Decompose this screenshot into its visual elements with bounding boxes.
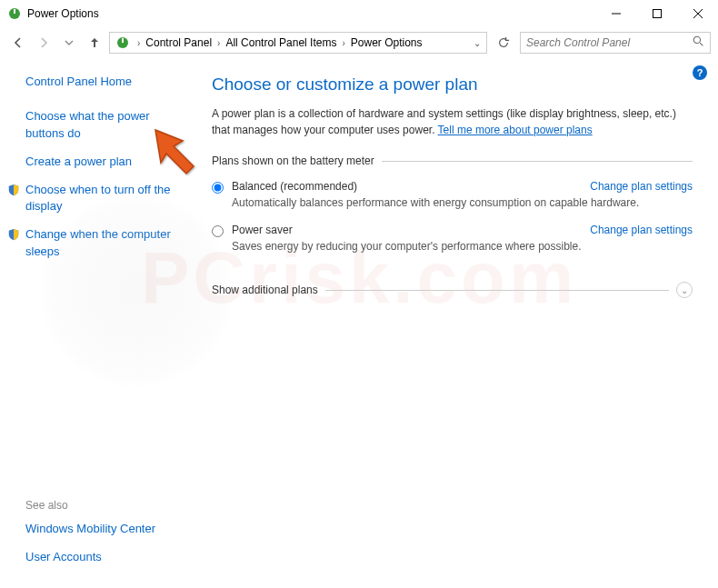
chevron-right-icon: › <box>217 38 220 48</box>
plans-fieldset: Plans shown on the battery meter Balance… <box>212 154 693 264</box>
svg-point-8 <box>693 36 700 43</box>
shield-icon <box>7 184 24 202</box>
window-title: Power Options <box>27 7 595 20</box>
nav-recent-dropdown[interactable] <box>58 32 80 54</box>
sidebar-link-label: Change when the computer sleeps <box>25 226 184 261</box>
divider <box>325 290 669 291</box>
change-plan-settings-link[interactable]: Change plan settings <box>590 180 693 193</box>
svg-rect-3 <box>653 10 661 18</box>
plan-radio-balanced[interactable] <box>212 182 224 194</box>
sidebar-link-computer-sleeps[interactable]: Change when the computer sleeps <box>25 226 184 261</box>
svg-line-9 <box>700 43 703 45</box>
chevron-down-icon: ⌄ <box>676 282 693 298</box>
sidebar-link-label: Choose when to turn off the display <box>25 182 184 216</box>
plans-legend: Plans shown on the battery meter <box>212 154 382 167</box>
plan-name: Balanced (recommended) <box>232 180 357 193</box>
chevron-right-icon: › <box>137 38 140 48</box>
control-panel-home-link[interactable]: Control Panel Home <box>25 75 184 88</box>
see-also-heading: See also <box>25 499 184 512</box>
plan-description: Automatically balances performance with … <box>232 196 693 209</box>
sidebar-link-turn-off-display[interactable]: Choose when to turn off the display <box>25 182 184 216</box>
search-box[interactable] <box>520 32 711 54</box>
show-more-label: Show additional plans <box>212 284 318 296</box>
close-button[interactable] <box>677 0 718 27</box>
page-title: Choose or customize a power plan <box>212 75 693 95</box>
sidebar-link-power-buttons[interactable]: Choose what the power buttons do <box>25 108 184 143</box>
show-additional-plans[interactable]: Show additional plans ⌄ <box>212 282 693 298</box>
see-also-mobility-center[interactable]: Windows Mobility Center <box>25 521 184 538</box>
breadcrumb-item[interactable]: All Control Panel Items <box>224 35 338 51</box>
breadcrumb-dropdown-icon[interactable]: ⌄ <box>470 38 484 48</box>
breadcrumb-item[interactable]: Power Options <box>349 35 424 51</box>
plan-name: Power saver <box>232 224 293 236</box>
svg-rect-7 <box>122 38 124 43</box>
search-icon <box>693 35 704 50</box>
learn-more-link[interactable]: Tell me more about power plans <box>438 124 593 136</box>
change-plan-settings-link[interactable]: Change plan settings <box>590 224 693 236</box>
sidebar-link-label: Choose what the power buttons do <box>25 108 184 143</box>
svg-rect-1 <box>14 9 15 14</box>
sidebar-link-create-plan[interactable]: Create a power plan <box>25 154 184 171</box>
search-input[interactable] <box>526 36 693 49</box>
app-icon <box>7 6 22 21</box>
see-also-label: User Accounts <box>25 549 102 566</box>
maximize-button[interactable] <box>636 0 677 27</box>
breadcrumb-icon <box>115 35 130 50</box>
refresh-button[interactable] <box>493 32 514 54</box>
sidebar-link-label: Create a power plan <box>25 154 132 171</box>
plan-description: Saves energy by reducing your computer's… <box>232 240 693 253</box>
plan-power-saver: Power saver Change plan settings Saves e… <box>212 220 693 264</box>
page-description: A power plan is a collection of hardware… <box>212 105 693 138</box>
minimize-button[interactable] <box>595 0 636 27</box>
nav-up-button[interactable] <box>84 32 105 54</box>
see-also-user-accounts[interactable]: User Accounts <box>25 549 184 566</box>
shield-icon <box>7 228 24 246</box>
plan-balanced: Balanced (recommended) Change plan setti… <box>212 176 693 220</box>
nav-back-button[interactable] <box>7 32 29 54</box>
breadcrumb-item[interactable]: Control Panel <box>144 35 214 51</box>
breadcrumb[interactable]: › Control Panel › All Control Panel Item… <box>109 32 487 54</box>
plan-radio-power-saver[interactable] <box>212 225 224 237</box>
chevron-right-icon: › <box>342 38 344 48</box>
nav-forward-button[interactable] <box>33 32 55 54</box>
see-also-label: Windows Mobility Center <box>25 521 155 538</box>
